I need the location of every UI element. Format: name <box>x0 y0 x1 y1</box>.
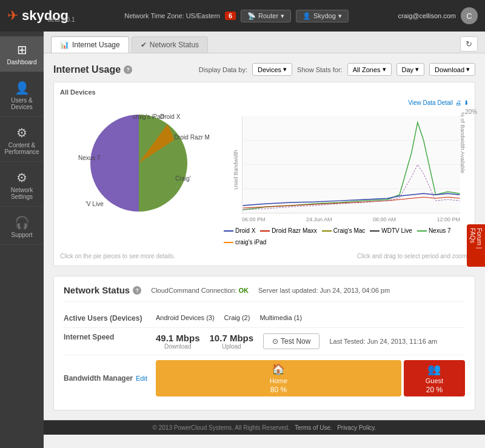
all-zones-label: All Zones <box>353 66 381 73</box>
logo-area: ✈ skydog beta 3.0.1 <box>7 8 75 24</box>
device-groups: Android Devices (3) Craig (2) Multimedia… <box>156 314 302 321</box>
cloudcommand-status: CloudCommand Connection: OK <box>151 287 249 294</box>
edit-link[interactable]: Edit <box>136 375 147 382</box>
day-select[interactable]: Day ▾ <box>396 63 425 76</box>
guest-pct: 20 % <box>426 386 443 394</box>
legend-craigs-ipad: craig's iPad <box>224 239 266 246</box>
users-icon: 👤 <box>15 81 30 95</box>
chart-row: craig's iPad Droid X Droid Razr M Craig'… <box>60 109 469 246</box>
ns-help-icon[interactable]: ? <box>133 286 141 295</box>
sidebar-item-network-settings[interactable]: ⚙ Network Settings <box>0 164 44 207</box>
pie-label-droid-x: Droid X <box>160 113 180 120</box>
sidebar: ⊞ Dashboard 👤 Users & Devices ⚙ Content … <box>0 32 44 448</box>
internet-speed-row: Internet Speed 49.1 Mbps Download 10.7 M… <box>64 328 465 355</box>
home-bandwidth-bar[interactable]: 🏠 Home 80 % <box>156 360 401 396</box>
last-tested: Last Tested: Jun 24, 2013, 11:16 am <box>329 338 437 345</box>
chart-note-right: Click and drag to select period and zoom… <box>357 253 469 259</box>
test-now-button[interactable]: ⊙ Test Now <box>263 333 319 349</box>
connection-ok: OK <box>239 287 249 294</box>
all-devices-label: All Devices <box>60 89 469 96</box>
sidebar-item-support[interactable]: 🎧 Support <box>0 209 44 245</box>
logo-icon: ✈ <box>7 8 18 24</box>
download-select[interactable]: Download ▾ <box>429 63 475 76</box>
download-speed-block: 49.1 Mbps Download <box>156 333 200 350</box>
sidebar-item-label: Content & Performance <box>2 142 41 155</box>
download-label: Download <box>156 343 200 350</box>
content-body: Internet Usage ? Display Data by: Device… <box>44 53 485 420</box>
tab-network-status[interactable]: ✔ Network Status <box>132 36 208 53</box>
router-chevron: ▾ <box>281 12 284 20</box>
test-now-label: Test Now <box>281 337 310 346</box>
pct-20-label: 20% <box>465 109 477 115</box>
tab-internet-usage[interactable]: 📊 Internet Usage <box>51 36 129 53</box>
devices-select[interactable]: Devices ▾ <box>252 63 292 76</box>
internet-usage-header: Internet Usage ? Display Data by: Device… <box>53 63 475 76</box>
y-axis-label: Used Bandwidth <box>233 145 239 194</box>
router-button[interactable]: 📡 Router ▾ <box>241 10 291 22</box>
internet-usage-tab-label: Internet Usage <box>72 41 120 49</box>
speed-area: 49.1 Mbps Download 10.7 Mbps Upload ⊙ Te… <box>156 333 437 350</box>
network-icon: ⚙ <box>16 170 27 185</box>
line-chart-section: 20% Used Bandwidth 10M <box>224 109 477 246</box>
sidebar-item-dashboard[interactable]: ⊞ Dashboard <box>0 36 44 72</box>
skydog-chevron: ▾ <box>338 12 342 20</box>
avatar[interactable]: C <box>461 7 478 24</box>
sidebar-item-content-performance[interactable]: ⚙ Content & Performance <box>0 119 44 162</box>
terms-link[interactable]: Terms of Use. <box>295 424 332 431</box>
main-layout: ⊞ Dashboard 👤 Users & Devices ⚙ Content … <box>0 32 485 448</box>
chart-area: All Devices View Data Detail 🖨 ⬇ <box>53 82 475 266</box>
network-status-header: Network Status ? CloudCommand Connection… <box>64 285 465 302</box>
home-icon: 🏠 <box>272 363 285 376</box>
device-group-craig: Craig (2) <box>224 314 250 321</box>
help-icon[interactable]: ? <box>124 65 132 74</box>
network-status-tab-icon: ✔ <box>141 41 147 49</box>
sidebar-item-label: Network Settings <box>2 187 41 200</box>
pie-section: craig's iPad Droid X Droid Razr M Craig'… <box>60 109 218 246</box>
bandwidth-bars: 🏠 Home 80 % 👥 Guest 20 % <box>156 360 465 396</box>
chart-note-left: Click on the pie pieces to see more deta… <box>60 253 175 259</box>
pie-label-craig: Craig' <box>175 175 191 182</box>
active-users-row: Active Users (Devices) Android Devices (… <box>64 309 465 328</box>
view-data-detail[interactable]: View Data Detail 🖨 ⬇ <box>60 99 469 106</box>
download-speed-val: 49.1 Mbps <box>156 333 200 343</box>
guest-bandwidth-bar[interactable]: 👥 Guest 20 % <box>404 360 465 396</box>
faq-tab[interactable]: Forum | FAQs <box>467 224 485 267</box>
tab-bar: 📊 Internet Usage ✔ Network Status ↻ <box>44 32 485 53</box>
x-tick-3: 06:00 AM <box>373 216 396 222</box>
pie-chart[interactable]: craig's iPad Droid X Droid Razr M Craig'… <box>72 109 206 218</box>
device-group-multimedia: Multimedia (1) <box>259 314 302 321</box>
skydog-button[interactable]: 👤 Skydog ▾ <box>296 10 349 22</box>
upload-label: Upload <box>210 343 254 350</box>
internet-usage-title-text: Internet Usage <box>53 64 121 75</box>
router-label: Router <box>258 12 278 19</box>
sidebar-item-label: Support <box>11 232 32 238</box>
day-label: Day <box>402 66 414 73</box>
legend-wdtv-live: WDTV Live <box>370 227 412 234</box>
sidebar-item-users-devices[interactable]: 👤 Users & Devices <box>0 75 44 117</box>
all-zones-select[interactable]: All Zones ▾ <box>347 63 392 76</box>
guest-label: Guest <box>426 377 443 384</box>
refresh-button[interactable]: ↻ <box>460 36 478 52</box>
content-area: 📊 Internet Usage ✔ Network Status ↻ Inte… <box>44 32 485 448</box>
sidebar-item-label: Users & Devices <box>2 97 41 110</box>
alert-badge[interactable]: 6 <box>225 12 236 20</box>
upload-speed-val: 10.7 Mbps <box>210 333 254 343</box>
skydog-label: Skydog <box>313 12 336 19</box>
all-zones-chevron: ▾ <box>383 65 386 73</box>
download-chevron: ▾ <box>466 65 470 73</box>
bandwidth-manager-row: Bandwidth Manager Edit 🏠 Home 80 % 👥 Gue… <box>64 355 465 401</box>
pie-label-wdtv: 'V Live <box>85 201 104 207</box>
support-icon: 🎧 <box>15 215 30 230</box>
show-stats-label: Show Stats for: <box>297 66 343 73</box>
legend-droid-x: Droid X <box>224 227 255 234</box>
day-chevron: ▾ <box>415 65 419 73</box>
tabs: 📊 Internet Usage ✔ Network Status <box>51 36 208 53</box>
performance-icon: ⚙ <box>16 125 27 140</box>
beta-tag: beta 3.0.1 <box>48 16 75 23</box>
footer: © 2013 PowerCloud Systems. All Rights Re… <box>44 420 485 435</box>
line-chart-svg: 10M 7.5M 5M 2.5M 0M <box>242 116 460 213</box>
pie-label-nexus7: Nexus 7 <box>78 155 101 161</box>
privacy-link[interactable]: Privacy Policy. <box>337 424 376 431</box>
updated-time: Jun 24, 2013, 04:06 pm <box>320 287 390 294</box>
user-email: craig@cellison.com <box>398 12 456 19</box>
